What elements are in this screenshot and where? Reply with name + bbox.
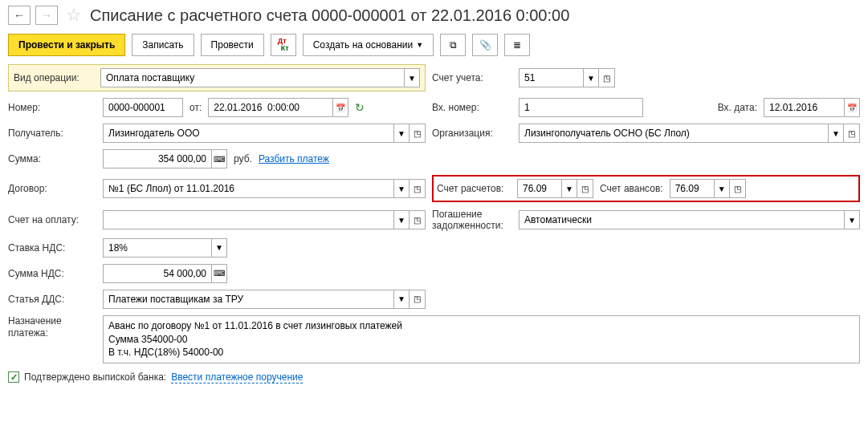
debt-repay-dropdown[interactable]: ▼ [844,210,860,229]
account-dropdown[interactable]: ▼ [583,68,599,87]
contract-input[interactable] [103,179,393,198]
amount-calc[interactable]: ⌨ [211,149,227,168]
adv-account-open[interactable]: ◳ [730,179,746,198]
recipient-label: Получатель: [8,128,96,139]
vat-amount-input[interactable] [103,264,211,283]
amount-label: Сумма: [8,153,96,164]
dds-dropdown[interactable]: ▼ [393,290,410,309]
split-payment-link[interactable]: Разбить платеж [259,153,329,164]
invoice-label: Счет на оплату: [8,214,96,225]
back-button[interactable]: ← [8,6,31,25]
calc-account-dropdown[interactable]: ▼ [561,179,577,198]
currency-label: руб. [234,153,252,164]
enter-order-link[interactable]: Ввести платежное поручение [171,371,303,383]
refresh-icon[interactable]: ↻ [355,101,365,114]
forward-button[interactable]: → [35,6,58,25]
adv-account-input[interactable] [670,179,714,198]
account-label: Счет учета: [432,72,512,83]
calc-account-input[interactable] [517,179,561,198]
vat-rate-label: Ставка НДС: [8,242,96,254]
date-input[interactable] [208,98,332,117]
contract-label: Договор: [8,183,96,194]
invoice-input[interactable] [103,210,393,229]
vat-rate-input[interactable] [103,238,211,258]
number-label: Номер: [8,102,96,113]
page-title: Списание с расчетного счета 0000-000001 … [90,6,569,25]
op-type-dropdown[interactable]: ▼ [404,68,420,87]
in-number-label: Вх. номер: [432,102,512,113]
account-open[interactable]: ◳ [599,68,615,87]
debt-repay-label: Погашение задолженности: [432,209,512,232]
create-based-button[interactable]: Создать на основании ▼ [303,34,434,56]
organization-label: Организация: [432,128,512,139]
in-number-input[interactable] [519,98,643,117]
confirmed-checkbox[interactable]: ✓ [8,371,19,383]
dtkt-button[interactable]: ДтКт [271,34,296,56]
calc-account-open[interactable]: ◳ [577,179,593,198]
list-icon: ≣ [513,39,521,51]
favorite-star-icon[interactable]: ☆ [66,5,82,26]
contract-open[interactable]: ◳ [410,179,426,198]
debt-repay-input[interactable] [519,210,844,229]
create-based-label: Создать на основании [313,39,414,51]
post-and-close-button[interactable]: Провести и закрыть [8,34,125,56]
adv-account-label: Счет авансов: [600,183,663,194]
purpose-label: Назначение платежа: [8,315,96,340]
adv-account-dropdown[interactable]: ▼ [714,179,730,198]
op-type-label: Вид операции: [14,72,94,83]
calc-account-label: Счет расчетов: [437,183,511,194]
recipient-input[interactable] [103,124,393,143]
structure-icon: ⧉ [450,39,457,51]
in-date-label: Вх. дата: [718,102,757,113]
vat-amount-calc[interactable]: ⌨ [211,264,227,283]
date-calendar[interactable]: 📅 [332,98,348,117]
chevron-down-icon: ▼ [416,41,423,49]
amount-input[interactable] [103,149,211,168]
number-input[interactable] [103,98,183,117]
organization-dropdown[interactable]: ▼ [828,124,844,143]
in-date-input[interactable] [764,98,844,117]
save-button[interactable]: Записать [132,34,194,56]
dds-label: Статья ДДС: [8,294,96,305]
list-button[interactable]: ≣ [504,34,530,56]
confirmed-label: Подтверждено выпиской банка: [24,371,166,383]
dds-open[interactable]: ◳ [410,290,426,309]
paperclip-icon: 📎 [479,39,491,51]
recipient-dropdown[interactable]: ▼ [393,124,410,143]
vat-rate-dropdown[interactable]: ▼ [211,238,227,258]
dtkt-icon: ДтКт [278,38,289,52]
account-input[interactable] [519,68,583,87]
organization-input[interactable] [519,124,828,143]
op-type-input[interactable] [100,68,404,87]
contract-dropdown[interactable]: ▼ [393,179,410,198]
dds-input[interactable] [103,290,393,309]
recipient-open[interactable]: ◳ [410,124,426,143]
structure-button[interactable]: ⧉ [440,34,466,56]
in-date-calendar[interactable]: 📅 [844,98,860,117]
invoice-open[interactable]: ◳ [410,210,426,229]
post-button[interactable]: Провести [201,34,264,56]
date-from-label: от: [189,102,202,113]
vat-amount-label: Сумма НДС: [8,268,96,279]
attach-button[interactable]: 📎 [472,34,498,56]
organization-open[interactable]: ◳ [844,124,860,143]
invoice-dropdown[interactable]: ▼ [393,210,410,229]
purpose-textarea[interactable] [103,315,860,363]
